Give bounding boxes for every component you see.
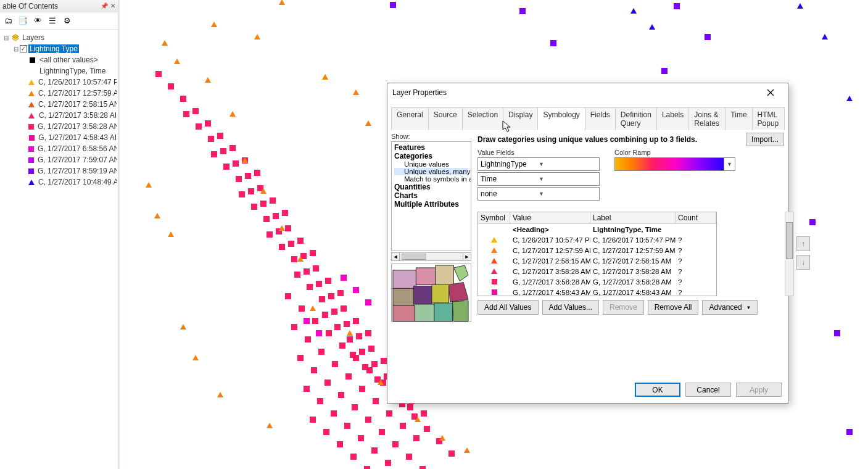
scroll-left-icon[interactable]: ◄ — [391, 252, 400, 261]
show-charts[interactable]: Charts — [394, 191, 468, 200]
close-icon[interactable]: ✕ — [110, 2, 115, 9]
svg-rect-86 — [318, 349, 324, 355]
svg-rect-21 — [223, 164, 229, 170]
grid-data-row[interactable]: C, 1/27/2017 3:58:28 AMC, 1/27/2017 3:58… — [478, 266, 716, 276]
scroll-right-icon[interactable]: ► — [463, 252, 471, 261]
cancel-button[interactable]: Cancel — [685, 383, 731, 397]
tab-definition-query[interactable]: Definition Query — [615, 107, 657, 130]
apply-button[interactable]: Apply — [736, 383, 782, 397]
grid-data-row[interactable]: G, 1/27/2017 3:58:28 AMG, 1/27/2017 3:58… — [478, 276, 716, 287]
tab-symbology[interactable]: Symbology — [537, 107, 585, 130]
svg-rect-18 — [270, 197, 276, 204]
value-field-2-combo[interactable]: Time▼ — [477, 172, 600, 186]
legend-item[interactable]: C, 1/27/2017 10:48:49 A — [1, 176, 117, 188]
tab-html-popup[interactable]: HTML Popup — [752, 107, 785, 130]
layer-visibility-checkbox[interactable]: ✓ — [20, 45, 27, 52]
svg-rect-3 — [168, 83, 174, 89]
layers-root-label[interactable]: Layers — [21, 33, 46, 42]
legend-item[interactable]: C, 1/26/2017 10:57:47 P — [1, 77, 117, 88]
legend-item[interactable]: G, 1/27/2017 7:59:07 AN — [1, 154, 117, 165]
svg-rect-25 — [273, 213, 279, 219]
pin-icon[interactable]: 📌 — [101, 2, 108, 9]
tab-fields[interactable]: Fields — [585, 107, 616, 130]
svg-marker-124 — [162, 40, 168, 46]
tab-time[interactable]: Time — [725, 107, 752, 130]
show-features[interactable]: Features — [394, 143, 468, 152]
options-icon[interactable]: ⚙ — [62, 15, 73, 27]
show-unique-values[interactable]: Unique values — [394, 160, 468, 168]
chevron-down-icon: ▼ — [539, 176, 597, 182]
move-down-button[interactable]: ↓ — [796, 255, 810, 270]
tab-joins-relates[interactable]: Joins & Relates — [688, 107, 725, 130]
value-field-3-combo[interactable]: none▼ — [477, 187, 600, 201]
grid-data-row[interactable]: C, 1/27/2017 2:58:15 AMC, 1/27/2017 2:58… — [478, 255, 716, 266]
dialog-titlebar[interactable]: Layer Properties — [387, 83, 788, 102]
remove-button[interactable]: Remove — [603, 300, 644, 315]
svg-rect-118 — [364, 466, 370, 469]
tab-display[interactable]: Display — [503, 107, 538, 130]
svg-rect-60 — [371, 361, 378, 367]
grid-col-value[interactable]: Value — [510, 212, 590, 223]
move-up-button[interactable]: ↑ — [796, 236, 810, 251]
svg-rect-46 — [365, 330, 371, 336]
legend-item[interactable]: G, 1/27/2017 8:59:19 AN — [1, 165, 117, 176]
ok-button[interactable]: OK — [635, 383, 680, 397]
layer-name[interactable]: Lightning Type — [28, 44, 79, 53]
legend-item[interactable]: G, 1/27/2017 3:58:28 AN — [1, 121, 117, 132]
grid-data-row[interactable]: G, 1/27/2017 4:58:43 AMG, 1/27/2017 4:58… — [478, 287, 716, 296]
list-by-selection-icon[interactable]: ☰ — [47, 15, 58, 27]
list-by-visibility-icon[interactable]: 👁 — [32, 15, 43, 27]
show-quantities[interactable]: Quantities — [394, 183, 468, 191]
tab-labels[interactable]: Labels — [656, 107, 689, 130]
legend-item[interactable]: C, 1/27/2017 12:57:59 A — [1, 88, 117, 99]
advanced-button[interactable]: Advanced ▼ — [702, 300, 758, 315]
add-values-button[interactable]: Add Values... — [542, 300, 600, 315]
svg-rect-76 — [312, 318, 318, 324]
grid-col-count[interactable]: Count — [676, 212, 716, 223]
chevron-down-icon: ▼ — [539, 191, 597, 197]
svg-rect-80 — [366, 367, 373, 373]
tab-source[interactable]: Source — [428, 107, 463, 130]
list-by-drawing-icon[interactable]: 🗂 — [2, 15, 14, 27]
legend-item-label: C, 1/26/2017 10:57:47 P — [38, 78, 117, 86]
show-unique-values-many[interactable]: Unique values, many — [394, 168, 468, 175]
svg-rect-29 — [239, 191, 245, 197]
svg-rect-45 — [353, 318, 359, 324]
svg-rect-88 — [345, 373, 352, 380]
grid-data-row[interactable]: C, 1/27/2017 12:57:59 AMC, 1/27/2017 12:… — [478, 245, 716, 255]
grid-col-symbol[interactable]: Symbol — [478, 212, 510, 223]
svg-rect-156 — [674, 3, 680, 9]
legend-item-label: C, 1/27/2017 12:57:59 A — [38, 89, 117, 98]
show-tree[interactable]: Features Categories Unique values Unique… — [391, 141, 471, 251]
svg-marker-163 — [846, 96, 853, 101]
legend-item[interactable]: G, 1/27/2017 6:58:56 AN — [1, 143, 117, 154]
legend-item[interactable]: G, 1/27/2017 4:58:43 AI — [1, 132, 117, 143]
show-tree-hscroll[interactable]: ◄ ► — [391, 252, 471, 261]
value-field-1-combo[interactable]: LightningType▼ — [477, 157, 600, 171]
show-match-symbols[interactable]: Match to symbols in a — [394, 175, 468, 183]
add-all-values-button[interactable]: Add All Values — [477, 300, 539, 315]
legend-item[interactable]: C, 1/27/2017 2:58:15 AN — [1, 99, 117, 110]
svg-rect-40 — [291, 256, 297, 262]
symbology-grid[interactable]: Symbol Value Label Count <Heading> Light… — [477, 212, 717, 296]
square-icon — [28, 157, 34, 163]
grid-col-label[interactable]: Label — [590, 212, 676, 223]
color-ramp-combo[interactable]: ▼ — [614, 157, 735, 171]
grid-heading-row[interactable]: <Heading> LightningType, Time — [478, 224, 716, 234]
list-by-source-icon[interactable]: 📑 — [17, 15, 28, 27]
svg-rect-22 — [236, 176, 242, 182]
grid-data-row[interactable]: C, 1/26/2017 10:57:47 PMC, 1/26/2017 10:… — [478, 234, 716, 245]
collapse-icon[interactable]: ⊟ — [2, 35, 10, 41]
legend-item[interactable]: C, 1/27/2017 3:58:28 AI — [1, 110, 117, 121]
svg-rect-180 — [415, 304, 434, 322]
grid-vscroll[interactable] — [785, 212, 794, 296]
show-multiple-attributes[interactable]: Multiple Attributes — [394, 200, 468, 209]
collapse-icon[interactable]: ⊟ — [12, 46, 20, 52]
remove-all-button[interactable]: Remove All — [648, 300, 699, 315]
tab-general[interactable]: General — [391, 107, 429, 130]
import-button[interactable]: Import... — [746, 133, 784, 146]
toc-title: able Of Contents — [2, 2, 101, 10]
tab-selection[interactable]: Selection — [462, 107, 503, 130]
close-button[interactable] — [758, 85, 783, 100]
show-categories[interactable]: Categories — [394, 152, 468, 160]
